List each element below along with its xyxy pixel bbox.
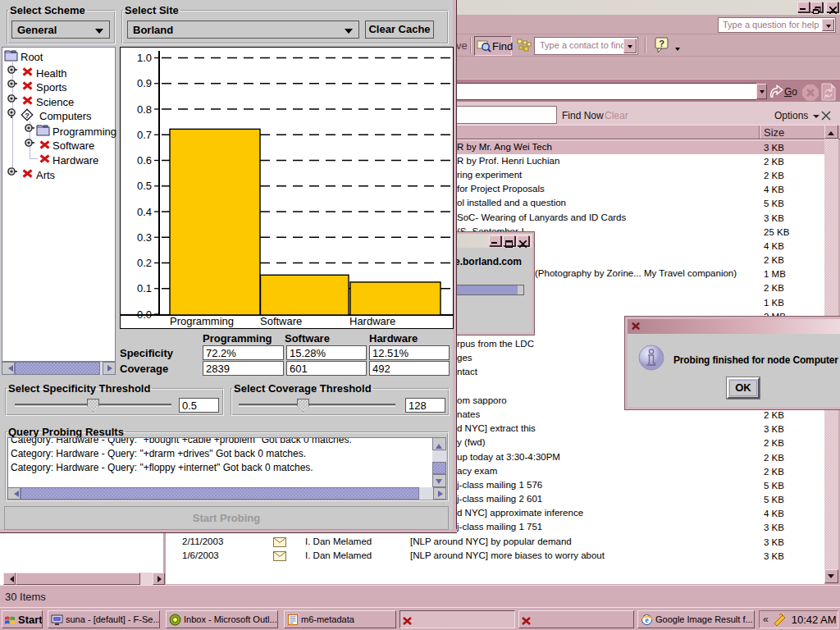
svg-text:0.2: 0.2 [137, 257, 152, 269]
svg-text:Hardware: Hardware [349, 315, 395, 327]
svg-text:Software: Software [260, 315, 302, 327]
svg-text:0.8: 0.8 [137, 103, 152, 116]
svg-text:?: ? [659, 39, 664, 48]
svg-text:0.7: 0.7 [137, 129, 152, 141]
svg-text:1.0: 1.0 [137, 52, 152, 64]
svg-text:0.1: 0.1 [137, 282, 152, 294]
svg-text:0.5: 0.5 [137, 180, 152, 192]
svg-text:0.4: 0.4 [137, 206, 152, 218]
svg-text:0.3: 0.3 [137, 231, 152, 244]
svg-text:Programming: Programming [170, 315, 234, 327]
svg-text:?: ? [25, 112, 30, 120]
svg-text:0.9: 0.9 [137, 77, 152, 89]
svg-text:0.6: 0.6 [137, 154, 152, 167]
